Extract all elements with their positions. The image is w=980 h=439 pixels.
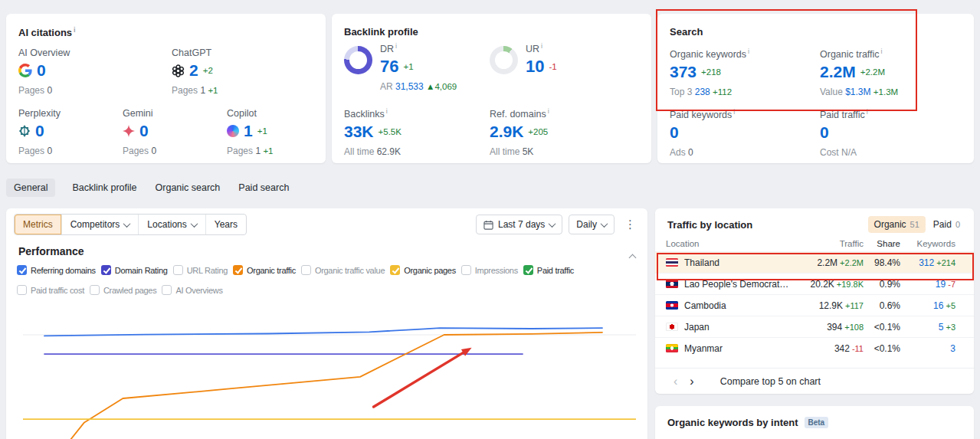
metric-checkbox-organic-traffic-value[interactable]: Organic traffic value [301, 265, 385, 275]
card-title-text: Backlink profile [344, 26, 418, 38]
pages-value: 0 [47, 146, 52, 156]
ai-overview-count[interactable]: 0 [37, 61, 46, 80]
traffic-value-amount[interactable]: $1.3M [845, 87, 870, 97]
info-icon[interactable] [867, 108, 868, 116]
delta: +1 [403, 62, 413, 71]
paid-keywords-value[interactable]: 0 [670, 123, 679, 142]
delta: +218 [701, 67, 721, 77]
date-range-button[interactable]: Last 7 days [476, 215, 562, 234]
metric-checkbox-referring-domains[interactable]: Referring domains [17, 265, 96, 275]
info-icon[interactable] [548, 107, 549, 115]
table-row-laos[interactable]: Lao People's Democratic Reput 20.2K+19.8… [655, 273, 974, 294]
table-row-japan[interactable]: Japan 394+108 <0.1% 5+3 [655, 316, 974, 337]
info-icon[interactable] [74, 26, 76, 34]
more-options-kebab-icon[interactable]: ⋮ [621, 218, 640, 231]
paid-toggle-button[interactable]: Paid0 [927, 216, 966, 233]
column-traffic: Traffic [790, 239, 864, 248]
checkbox-icon [461, 265, 471, 275]
date-range-label: Last 7 days [498, 219, 545, 230]
chevron-up-icon [629, 254, 637, 262]
keywords-link[interactable]: 19 [936, 279, 946, 290]
paid-traffic-label: Paid traffic [820, 110, 865, 120]
pages-label: Pages [123, 146, 149, 156]
ref-domains-value[interactable]: 2.9K [490, 123, 523, 141]
metric-checkbox-paid-traffic[interactable]: Paid traffic [523, 265, 574, 275]
metric-checkbox-crawled-pages[interactable]: Crawled pages [90, 285, 156, 295]
organic-traffic-block: Organic traffic 2.2M+2.2M Value $1.3M +1… [820, 48, 898, 97]
delta: +1 [263, 146, 273, 156]
ur-label: UR [526, 44, 539, 54]
backlinks-label: Backlinks [344, 109, 385, 120]
table-row-myanmar[interactable]: Myanmar 342-11 <0.1% 3 [655, 337, 974, 359]
chatgpt-count[interactable]: 2 [189, 61, 198, 80]
section-tabs: General Backlink profile Organic search … [6, 179, 290, 197]
years-button[interactable]: Years [205, 215, 246, 234]
perplexity-count[interactable]: 0 [35, 122, 44, 140]
keywords-link[interactable]: 16 [933, 300, 943, 311]
paid-traffic-value[interactable]: 0 [820, 123, 829, 142]
metric-checkbox-url-rating[interactable]: URL Rating [173, 265, 228, 275]
country-name[interactable]: Thailand [684, 257, 719, 268]
granularity-button[interactable]: Daily [569, 215, 615, 234]
organic-traffic-value[interactable]: 2.2M [820, 63, 856, 81]
locations-button[interactable]: Locations [138, 215, 205, 234]
next-page-arrow[interactable]: › [683, 375, 700, 388]
keywords-link[interactable]: 312 [919, 257, 934, 268]
info-icon[interactable] [733, 108, 735, 116]
gemini-count[interactable]: 0 [139, 122, 149, 140]
share-value: 98.4% [864, 257, 900, 268]
collapse-section-button[interactable] [630, 250, 635, 264]
metric-checkbox-paid-traffic-cost[interactable]: Paid traffic cost [17, 285, 84, 295]
info-icon[interactable] [395, 42, 397, 50]
country-name[interactable]: Cambodia [684, 300, 726, 311]
value-label: Value [820, 87, 843, 97]
tab-paid-search[interactable]: Paid search [237, 179, 290, 197]
top3-value[interactable]: 238 [695, 87, 710, 97]
tab-general[interactable]: General [6, 179, 55, 197]
alltime-value: 62.9K [377, 146, 401, 157]
table-row-thailand[interactable]: Thailand 2.2M+2.2M 98.4% 312+214 [655, 251, 974, 273]
column-keywords: Keywords [900, 239, 955, 248]
column-location: Location [666, 239, 790, 248]
table-row-cambodia[interactable]: Cambodia 12.9K+117 0.6% 16+5 [655, 294, 974, 316]
chevron-down-icon [601, 220, 608, 228]
alltime-label: All time [344, 146, 374, 157]
country-name[interactable]: Myanmar [684, 343, 723, 354]
delta: +108 [844, 323, 864, 332]
keywords-link[interactable]: 5 [939, 322, 944, 333]
backlinks-value[interactable]: 33K [344, 123, 374, 141]
tab-backlink-profile[interactable]: Backlink profile [70, 179, 138, 197]
ur-value[interactable]: 10 [526, 57, 544, 77]
copilot-count[interactable]: 1 [244, 122, 253, 140]
info-icon[interactable] [541, 42, 542, 50]
checkbox-icon [101, 265, 111, 275]
metric-checkbox-organic-traffic[interactable]: Organic traffic [233, 265, 296, 275]
info-icon[interactable] [386, 107, 388, 115]
metric-checkbox-ai-overviews[interactable]: AI Overviews [162, 285, 222, 295]
metric-checkbox-organic-pages[interactable]: Organic pages [390, 265, 456, 275]
keywords-link[interactable]: 3 [950, 343, 955, 354]
country-name[interactable]: Lao People's Democratic Reput [684, 279, 790, 290]
performance-line-chart[interactable] [23, 316, 636, 439]
pages-value: 1 [200, 85, 205, 96]
chart-toolbar: Metrics Competitors Locations Years Last… [14, 214, 640, 235]
metrics-button[interactable]: Metrics [15, 215, 61, 234]
info-icon[interactable] [881, 48, 883, 55]
info-icon[interactable] [748, 48, 749, 55]
intent-card-title: Organic keywords by intentBeta [667, 417, 828, 428]
organic-traffic-label: Organic traffic [820, 49, 880, 60]
competitors-button[interactable]: Competitors [61, 215, 139, 234]
prev-page-arrow[interactable]: ‹ [667, 375, 683, 388]
ar-value[interactable]: 31,533 [395, 81, 424, 92]
country-name[interactable]: Japan [684, 322, 710, 333]
delta: +1.3M [873, 87, 898, 97]
pages-label: Pages [18, 85, 44, 96]
organic-toggle-button[interactable]: Organic51 [868, 216, 926, 233]
checkbox-icon [390, 265, 400, 275]
tab-organic-search[interactable]: Organic search [154, 179, 222, 197]
dr-value[interactable]: 76 [380, 57, 398, 77]
organic-keywords-value[interactable]: 373 [670, 63, 696, 81]
performance-heading: Performance [18, 245, 84, 257]
metric-checkbox-domain-rating[interactable]: Domain Rating [101, 265, 168, 275]
metric-checkbox-impressions[interactable]: Impressions [461, 265, 518, 275]
